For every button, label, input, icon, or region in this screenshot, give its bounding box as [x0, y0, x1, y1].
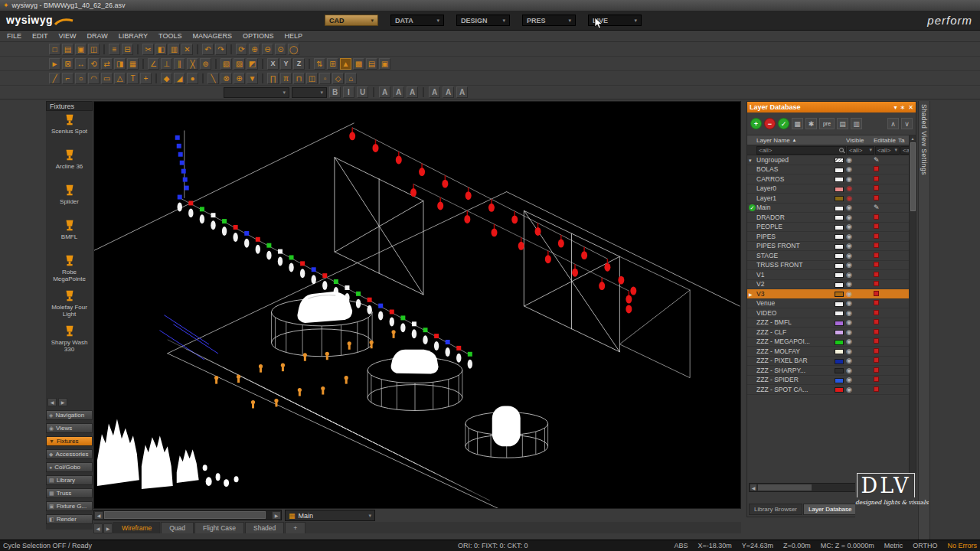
pan-icon[interactable]: ◯: [288, 44, 299, 55]
material-icon[interactable]: ◩: [247, 58, 258, 70]
menu-managers[interactable]: MANAGERS: [187, 31, 237, 41]
zoom-in-icon[interactable]: ⊕: [249, 44, 260, 55]
riser-tool-icon[interactable]: ◆: [161, 73, 172, 84]
table-row[interactable]: STAGE: [747, 251, 916, 261]
editable-toggle[interactable]: [874, 329, 879, 334]
error-indicator[interactable]: No Errors: [947, 542, 977, 549]
column-layer-name[interactable]: Layer Name ▲: [756, 137, 846, 144]
array-icon[interactable]: ▦: [127, 58, 139, 70]
pre-visibility-button[interactable]: pre: [819, 118, 835, 129]
pin-icon[interactable]: ∗: [900, 104, 906, 111]
sidebar-item-truss[interactable]: ▦ Truss: [46, 488, 93, 498]
table-row[interactable]: TRUSS FRONT: [747, 261, 916, 271]
managers-icon[interactable]: ▩: [353, 58, 364, 70]
tab-quad[interactable]: Quad: [161, 522, 194, 533]
layer-color-swatch[interactable]: [835, 187, 844, 192]
gate-tool-icon[interactable]: ⊓: [293, 73, 305, 84]
data-table-icon[interactable]: ▣: [379, 58, 390, 70]
editable-toggle[interactable]: [874, 156, 880, 164]
editable-toggle[interactable]: [874, 243, 879, 248]
arc-tool-icon[interactable]: ◠: [88, 73, 100, 84]
table-row[interactable]: V1: [747, 270, 916, 280]
table-row[interactable]: ZZZ - MEGAPOI...: [747, 337, 916, 347]
table-row[interactable]: ZZZ - SPIDER: [747, 376, 916, 386]
text-slant-icon[interactable]: A: [456, 86, 468, 98]
visibility-toggle[interactable]: [846, 242, 852, 249]
sidebar-item-library[interactable]: ▤ Library: [46, 475, 93, 485]
table-row[interactable]: DRADOR: [747, 213, 916, 223]
editable-toggle[interactable]: [874, 233, 879, 239]
table-row[interactable]: V2: [747, 280, 916, 290]
venue-tool-icon[interactable]: ⌂: [345, 73, 357, 84]
editable-toggle[interactable]: [874, 262, 879, 267]
add-layer-button[interactable]: +: [750, 118, 762, 129]
table-row[interactable]: Main: [747, 204, 916, 214]
table-row[interactable]: Venue: [747, 299, 916, 309]
delete-icon[interactable]: ✕: [181, 44, 193, 55]
arch-tool-icon[interactable]: π: [280, 73, 292, 84]
undo-icon[interactable]: ↶: [202, 44, 214, 55]
delete-layer-button[interactable]: −: [764, 118, 776, 129]
settings-gear-icon[interactable]: ✱: [805, 118, 817, 129]
visibility-toggle[interactable]: [846, 261, 852, 269]
polygon-tool-icon[interactable]: △: [114, 73, 126, 84]
library-icon[interactable]: ▤: [366, 58, 377, 70]
sidebar-item-navigation[interactable]: ◈ Navigation: [46, 410, 93, 420]
visibility-toggle[interactable]: [846, 175, 852, 183]
fixture-item[interactable]: Arcline 36: [46, 148, 93, 184]
mirror-icon[interactable]: ◨: [114, 58, 126, 70]
menu-help[interactable]: HELP: [279, 31, 308, 41]
window-tool-icon[interactable]: ◫: [306, 73, 318, 84]
zoom-extents-icon[interactable]: ⊙: [275, 44, 286, 55]
parallel-snap-icon[interactable]: ∥: [174, 58, 185, 70]
menu-draw[interactable]: DRAW: [82, 31, 113, 41]
print-icon[interactable]: ≡: [109, 44, 120, 55]
fixture-item[interactable]: Sharpy Wash 330: [46, 324, 93, 360]
layer-color-swatch[interactable]: [835, 359, 844, 364]
font-size-combo[interactable]: ▾: [292, 87, 327, 98]
sidebar-item-render[interactable]: ◧ Render: [46, 514, 93, 524]
goalpost-tool-icon[interactable]: ∏: [267, 73, 279, 84]
table-row[interactable]: ZZZ - CLF: [747, 328, 916, 337]
text-height-icon[interactable]: A: [429, 86, 440, 98]
sidebar-item-col-gobo[interactable]: ● Col/Gobo: [46, 462, 93, 472]
layer-color-swatch[interactable]: [835, 196, 844, 201]
layer-color-swatch[interactable]: [835, 378, 844, 383]
scroll-up-button[interactable]: ▲: [911, 135, 915, 142]
visibility-toggle[interactable]: [846, 337, 852, 345]
units-indicator[interactable]: Metric: [884, 542, 903, 549]
menu-file[interactable]: FILE: [2, 31, 27, 41]
mode-tab[interactable]: DATA ▾: [390, 15, 444, 26]
editable-toggle[interactable]: [874, 367, 879, 373]
layer-table-hscrollbar[interactable]: ◀ ▶: [749, 483, 864, 492]
visibility-toggle[interactable]: [846, 328, 852, 336]
italic-button[interactable]: I: [343, 86, 354, 98]
scrollbar-track[interactable]: [103, 510, 272, 520]
table-row[interactable]: VIDEO: [747, 308, 916, 318]
paste-icon[interactable]: ▥: [168, 44, 180, 55]
visibility-toggle[interactable]: [846, 214, 852, 221]
visible-filter[interactable]: <all> ▾: [847, 146, 874, 155]
sidebar-item-accessories[interactable]: ◆ Accessories: [46, 449, 93, 459]
table-row[interactable]: CARROS: [747, 174, 916, 184]
ortho-toggle[interactable]: ORTHO: [913, 542, 937, 549]
shaded-view-settings-tab[interactable]: Shaded View Settings: [918, 101, 930, 540]
focus-position-icon[interactable]: ⊕: [234, 73, 245, 84]
editable-toggle[interactable]: [874, 291, 879, 296]
layer-color-swatch[interactable]: [835, 158, 844, 163]
panel-menu-icon[interactable]: ▾: [894, 104, 897, 111]
insert-fixture-icon[interactable]: ▼: [247, 73, 258, 84]
scrollbar-thumb[interactable]: [104, 511, 266, 519]
fixture-item[interactable]: Scenius Spot: [46, 113, 93, 148]
cut-icon[interactable]: ✂: [142, 44, 154, 55]
fixture-item[interactable]: BMFL: [46, 219, 93, 254]
visibility-toggle[interactable]: [846, 347, 852, 355]
editable-toggle[interactable]: [874, 386, 879, 392]
select-icon[interactable]: ►: [49, 58, 60, 70]
add-view-tab[interactable]: +: [285, 522, 305, 533]
text-style-combo[interactable]: ▾: [224, 87, 289, 98]
editable-toggle[interactable]: [874, 253, 879, 258]
layer-name-filter[interactable]: <all>: [756, 146, 846, 155]
editable-toggle[interactable]: [874, 185, 879, 191]
table-row[interactable]: ZZZ - BMFL: [747, 318, 916, 328]
